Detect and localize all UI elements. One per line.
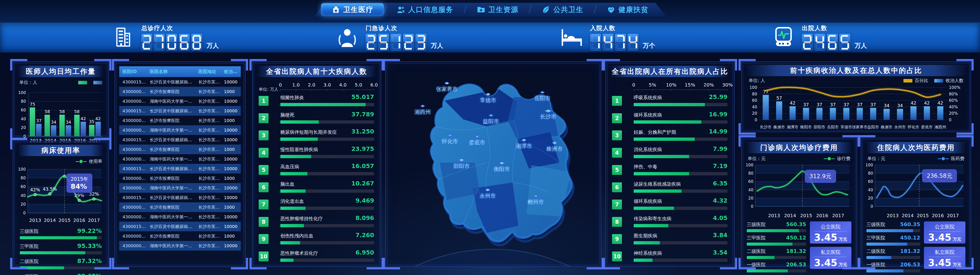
- admission-count: 10000: [223, 108, 241, 113]
- panel-admissions-chart: 前十疾病收治人数及在总人数中的占比 单位: 人 百分比 收治人数 002020%…: [741, 62, 971, 132]
- disease-name: 细菌性肺炎: [280, 95, 304, 101]
- disease-bar: [280, 172, 374, 175]
- city-marker-邵阳市[interactable]: 邵阳市: [453, 160, 470, 170]
- panel-title: 病床使用率: [19, 145, 103, 156]
- disease-name: 摔伤、中毒: [634, 164, 657, 170]
- hospital-id: 43000000454: [119, 205, 148, 210]
- bed-usage-legend[interactable]: 使用率: [76, 158, 102, 164]
- svg-text:2013: 2013: [768, 213, 780, 218]
- column-header[interactable]: 医院ID: [119, 69, 148, 75]
- tab-5[interactable]: 健康扶贫: [596, 3, 659, 16]
- city-marker-衡阳市[interactable]: 衡阳市: [494, 163, 510, 173]
- svg-text:2013: 2013: [29, 217, 41, 223]
- admission-count: 10000: [223, 137, 241, 142]
- svg-text:20: 20: [868, 196, 873, 201]
- disease-name: 循环系统疾病: [634, 112, 662, 118]
- digit-cell: [142, 34, 152, 51]
- axis-tick: 20%: [703, 82, 714, 88]
- admission-count: 10000: [223, 214, 241, 219]
- svg-text:衡阳市: 衡阳市: [800, 125, 812, 129]
- fee-bar: [867, 256, 920, 259]
- city-marker-株洲市[interactable]: 株洲市: [547, 142, 563, 153]
- outpatient-legend[interactable]: 诊疗费: [824, 156, 850, 162]
- tab-label: 健康扶贫: [618, 5, 649, 14]
- hospital-level-label: 二级医院: [867, 248, 885, 254]
- hospital-name: 长沙市按摩医院: [148, 89, 197, 95]
- fee-value: 206.53: [900, 262, 920, 267]
- tab-1[interactable]: 卫生医疗: [321, 3, 384, 16]
- top-diseases-axis: 单位: 万人 01.02.03.04.05.06.0: [259, 82, 375, 92]
- svg-text:长沙市: 长沙市: [760, 125, 772, 129]
- svg-text:2016: 2016: [816, 213, 828, 218]
- hospital-bed-icon: [560, 26, 584, 49]
- corner-bracket: [112, 258, 129, 269]
- svg-text:0: 0: [870, 204, 873, 209]
- svg-text:80: 80: [868, 171, 873, 175]
- hospital-name: 湖南中医药大学第一附属医院: [148, 98, 197, 104]
- legend-swatch-blue[interactable]: [93, 81, 102, 84]
- bar-group-2017: 3542: [88, 93, 102, 136]
- hospital-name: 长沙市按摩医院: [148, 175, 197, 181]
- admission-count: 10000: [223, 99, 241, 104]
- usage-row-二级医院: 二级医院87.32%: [20, 258, 102, 269]
- svg-text:张家界市: 张家界市: [852, 125, 868, 129]
- city-label: 湘西州: [415, 108, 431, 115]
- svg-text:2014: 2014: [44, 217, 56, 223]
- svg-text:37: 37: [843, 102, 849, 107]
- city-marker-怀化市[interactable]: 怀化市: [442, 135, 458, 145]
- svg-text:100%: 100%: [949, 85, 961, 90]
- hospital-address: 长沙市芙蓉区: [197, 243, 223, 249]
- fee-bar: [867, 243, 920, 246]
- hospital-name: 长沙百灵中医糖尿病专科医院: [148, 224, 197, 229]
- rank-badge: 1: [259, 96, 269, 106]
- tab-4[interactable]: 公共卫生: [531, 3, 594, 16]
- digit-cell: [191, 34, 202, 51]
- bed-usage-tooltip: 2015年 84%: [67, 174, 92, 193]
- disease-value: 3.54: [713, 249, 727, 256]
- top-nav-bar: 卫生医疗人口信息服务卫生资源公共卫生健康扶贫: [0, 0, 980, 22]
- disease-bar: [280, 103, 374, 106]
- city-marker-娄底市[interactable]: 娄底市: [469, 136, 485, 146]
- city-marker-湘潭市[interactable]: 湘潭市: [516, 140, 532, 150]
- column-header[interactable]: 医院名称: [148, 69, 197, 75]
- fee-row-二级医院: 二级医院181.32: [747, 248, 806, 259]
- city-marker-张家界市[interactable]: 张家界市: [436, 83, 458, 93]
- city-marker-永州市[interactable]: 永州市: [480, 190, 496, 199]
- rank-item-6: 6脑出血10.267: [259, 181, 375, 198]
- admission-count: 10000: [223, 195, 241, 200]
- hospital-name: 长沙市按摩医院: [148, 204, 197, 210]
- disease-value: 4.32: [713, 197, 727, 204]
- legend-label: 使用率: [89, 158, 102, 164]
- city-marker-长沙市[interactable]: 长沙市: [540, 110, 557, 120]
- column-header[interactable]: 收治人数: [223, 69, 241, 75]
- city-marker-常德市[interactable]: 常德市: [480, 94, 496, 104]
- rank-item-5: 5摔伤、中毒7.19: [612, 164, 728, 181]
- legend-percent[interactable]: 百分比: [904, 77, 928, 84]
- tab-2[interactable]: 人口信息服务: [386, 3, 464, 16]
- kpi-label: 门急诊人次: [366, 24, 443, 32]
- fee-row-一级医院: 一级医院206.53: [867, 262, 920, 272]
- city-marker-郴州市[interactable]: 郴州市: [528, 196, 544, 205]
- city-marker-益阳市[interactable]: 益阳市: [483, 115, 499, 125]
- inpatient-legend[interactable]: 医药费: [938, 156, 964, 162]
- column-header[interactable]: 医院地址: [197, 69, 223, 75]
- svg-text:2017: 2017: [832, 213, 844, 218]
- city-marker-岳阳市[interactable]: 岳阳市: [534, 92, 550, 102]
- disease-bar: [634, 103, 727, 106]
- legend-admissions[interactable]: 收治人数: [934, 77, 964, 84]
- bed-usage-line-chart: 02040608010042%43.5%29%32%20132014201520…: [18, 166, 103, 224]
- inpatient-fee-line-chart: 02040608010020132014201520162017 236.58元: [866, 163, 966, 219]
- unit-label: 单位：元: [867, 156, 885, 162]
- legend-swatch-green[interactable]: [78, 81, 87, 84]
- panel-title: 门诊病人次均诊疗费用: [747, 142, 851, 153]
- fee-value: 450.12: [900, 235, 920, 241]
- table-row: 43000000454长沙市按摩医院长沙市芙蓉区1000: [119, 202, 241, 212]
- bar-group-2015: 5834: [58, 93, 73, 136]
- hospital-level-label: 二级医院: [747, 248, 765, 254]
- disease-bar: [280, 120, 374, 123]
- city-marker-湘西州[interactable]: 湘西州: [415, 106, 431, 115]
- svg-text:常德市: 常德市: [840, 125, 852, 129]
- rank-badge: 9: [612, 234, 622, 244]
- tab-3[interactable]: 卫生资源: [466, 3, 529, 16]
- svg-text:40: 40: [752, 104, 757, 109]
